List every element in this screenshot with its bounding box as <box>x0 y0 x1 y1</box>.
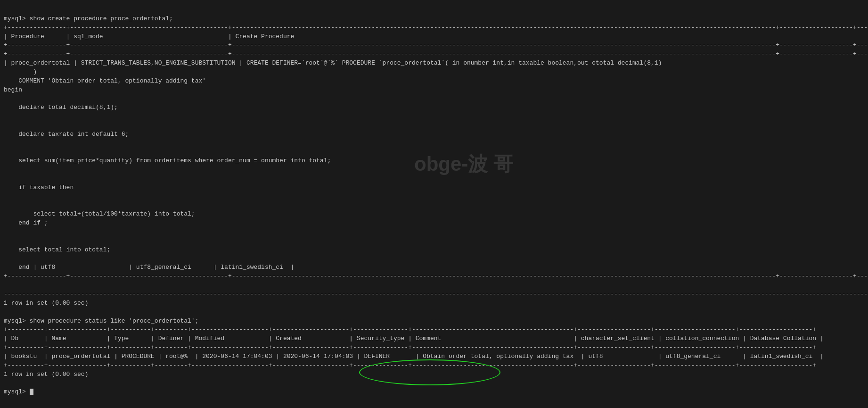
sep7: +----------+----------------+-----------… <box>4 344 816 351</box>
data13: | bookstu | proce_ordertotal | PROCEDURE… <box>4 353 824 360</box>
data-row12: end | utf8 | utf8_general_ci | latin1_sw… <box>4 264 294 271</box>
prompt2: mysql> show procedure status like 'proce… <box>4 317 198 325</box>
prompt3[interactable]: mysql> <box>4 388 33 395</box>
data-row10: end if ; <box>4 219 48 226</box>
sep3: +----------------+----------------------… <box>4 50 868 58</box>
data-row5: declare total decimal(8,1); <box>4 104 118 111</box>
sep1: +----------------+----------------------… <box>4 24 868 31</box>
rowcount1: 1 row in set (0.00 sec) <box>4 300 88 307</box>
data-row2: ) <box>4 68 37 75</box>
data-row4: begin <box>4 86 22 93</box>
data-row7: select sum(item_price*quantity) from ord… <box>4 157 331 164</box>
header3: | Db | Name | Type | Definer | Modified … <box>4 335 824 342</box>
sep6: +----------+----------------+-----------… <box>4 326 816 333</box>
prompt1: mysql> show create procedure proce_order… <box>4 15 173 22</box>
data-row9: select total+(total/100*taxrate) into to… <box>4 210 195 217</box>
data-row11: select total into ototal; <box>4 246 110 253</box>
rowcount2: 1 row in set (0.00 sec) <box>4 371 88 378</box>
terminal-output: mysql> show create procedure proce_order… <box>0 4 868 399</box>
sep8: +----------+----------------+-----------… <box>4 362 816 369</box>
sep2: +----------------+----------------------… <box>4 42 868 49</box>
data-row8: if taxable then <box>4 184 74 191</box>
header-row1: | Procedure | sql_mode | Create Procedur… <box>4 33 868 40</box>
sep5: ----------------------------------------… <box>4 291 868 298</box>
data-row1: | proce_ordertotal | STRICT_TRANS_TABLES… <box>4 59 662 67</box>
sep4: +----------------+----------------------… <box>4 273 868 280</box>
data-row6: declare taxrate int default 6; <box>4 131 129 138</box>
data-row3: COMMENT 'Obtain order total, optionally … <box>4 77 206 84</box>
